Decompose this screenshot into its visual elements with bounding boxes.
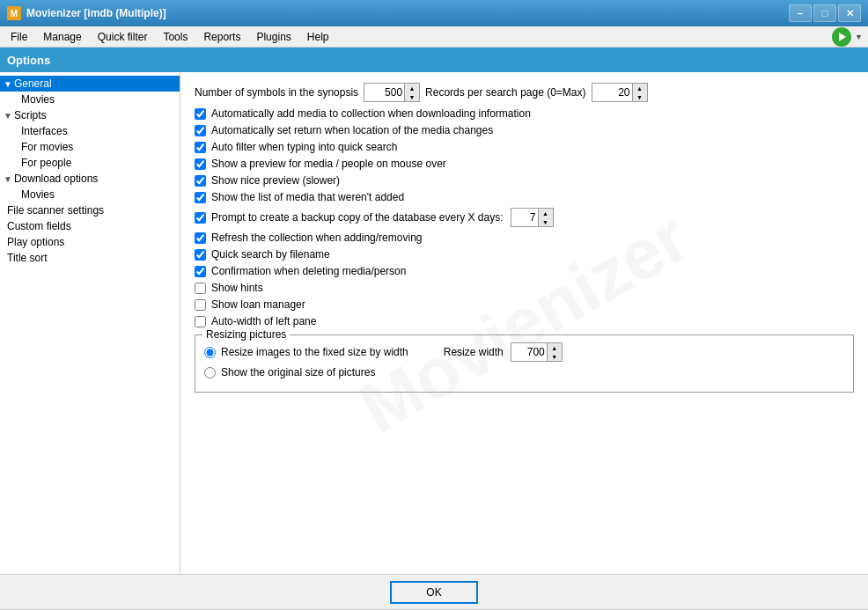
menu-quickfilter[interactable]: Quick filter [91, 29, 155, 45]
sidebar-item-for-movies[interactable]: For movies [0, 139, 180, 155]
records-input[interactable] [592, 84, 632, 101]
sidebar-item-scripts[interactable]: ▼ Scripts [0, 107, 180, 123]
sidebar-label-for-people: For people [21, 157, 71, 169]
records-spinbox-btns: ▲ ▼ [632, 84, 647, 101]
sidebar-item-for-people[interactable]: For people [0, 155, 180, 171]
checkbox-row-10: Confirmation when deleting media/person [195, 265, 854, 277]
checkbox-1[interactable] [195, 108, 206, 120]
backup-up-btn[interactable]: ▲ [539, 209, 553, 217]
checkbox-label-4: Show a preview for media / people on mou… [211, 158, 446, 170]
radio-label-1: Resize images to the fixed size by width [221, 346, 408, 358]
sidebar-label-interfaces: Interfaces [21, 125, 68, 137]
radio-label-2: Show the original size of pictures [221, 366, 375, 378]
content-area: Movienizer Number of symbols in the syno… [180, 72, 868, 574]
menu-file[interactable]: File [4, 29, 34, 45]
resize-width-input[interactable] [511, 343, 547, 361]
sidebar-item-general[interactable]: ▼ General [0, 76, 180, 92]
radio-container: Resize images to the fixed size by width… [204, 342, 844, 378]
sidebar-item-interfaces[interactable]: Interfaces [0, 123, 180, 139]
sidebar-label-scripts: Scripts [14, 109, 47, 121]
sidebar-label-movies-download: Movies [21, 188, 55, 201]
resize-down-btn[interactable]: ▼ [548, 352, 562, 361]
checkbox-row-1: Automatically add media to collection wh… [195, 107, 854, 120]
expand-icon: ▼ [4, 79, 12, 89]
checkbox-label-12: Show loan manager [211, 298, 305, 311]
sidebar-label-general: General [14, 77, 52, 90]
synopsis-label: Number of symbols in the synopsis [195, 86, 358, 99]
checkbox-label-13: Auto-width of left pane [211, 315, 316, 327]
sidebar-item-download-options[interactable]: ▼ Download options [0, 171, 180, 187]
sidebar-item-movies-general[interactable]: Movies [0, 92, 180, 107]
checkbox-container: Automatically add media to collection wh… [195, 107, 854, 327]
menu-tools[interactable]: Tools [156, 29, 195, 45]
checkbox-row-13: Auto-width of left pane [195, 315, 854, 327]
synopsis-up-btn[interactable]: ▲ [405, 84, 419, 92]
checkbox-11[interactable] [195, 283, 206, 294]
sidebar-label-for-movies: For movies [21, 141, 73, 153]
checkbox-9[interactable] [195, 249, 206, 261]
checkbox-row-12: Show loan manager [195, 298, 854, 311]
resize-width-spinbox[interactable]: ▲▼ [511, 342, 563, 362]
sidebar-label-movies-general: Movies [21, 93, 55, 106]
dropdown-arrow-icon[interactable]: ▼ [853, 31, 864, 43]
checkbox-row-9: Quick search by filename [195, 248, 854, 261]
resize-width-label: Resize width [444, 346, 504, 358]
synopsis-down-btn[interactable]: ▼ [405, 92, 419, 101]
synopsis-spinbox[interactable]: ▲ ▼ [364, 83, 420, 102]
synopsis-row: Number of symbols in the synopsis ▲ ▼ Re… [195, 83, 854, 102]
sidebar-item-title-sort[interactable]: Title sort [0, 250, 180, 266]
checkbox-5[interactable] [195, 175, 206, 187]
sidebar-label-title-sort: Title sort [7, 252, 48, 264]
minimize-button[interactable]: – [789, 4, 812, 22]
radio-1[interactable] [204, 347, 216, 358]
sidebar: ▼ General Movies ▼ Scripts Interfaces Fo… [0, 72, 180, 574]
checkbox-row-7: Prompt to create a backup copy of the da… [195, 208, 854, 227]
checkbox-label-1: Automatically add media to collection wh… [211, 107, 531, 120]
menu-help[interactable]: Help [300, 29, 336, 45]
menu-plugins[interactable]: Plugins [249, 29, 298, 45]
records-up-btn[interactable]: ▲ [633, 84, 647, 92]
checkbox-8[interactable] [195, 232, 206, 244]
sidebar-item-file-scanner[interactable]: File scanner settings [0, 202, 180, 218]
checkbox-4[interactable] [195, 158, 206, 170]
checkbox-label-2: Automatically set return when location o… [211, 124, 493, 136]
sidebar-item-movies-download[interactable]: Movies [0, 187, 180, 202]
maximize-button[interactable]: □ [813, 4, 836, 22]
checkbox-row-4: Show a preview for media / people on mou… [195, 158, 854, 170]
backup-days-input[interactable] [511, 209, 538, 226]
resizing-fieldset: Resizing pictures Resize images to the f… [195, 334, 854, 393]
checkbox-2[interactable] [195, 125, 206, 136]
checkbox-3[interactable] [195, 142, 206, 153]
sidebar-item-play-options[interactable]: Play options [0, 234, 180, 250]
checkbox-6[interactable] [195, 192, 206, 203]
checkbox-10[interactable] [195, 266, 206, 277]
checkbox-row-6: Show the list of media that weren't adde… [195, 191, 854, 203]
checkbox-13[interactable] [195, 316, 206, 327]
menu-reports[interactable]: Reports [196, 29, 247, 45]
radio-2[interactable] [204, 367, 216, 378]
checkbox-7[interactable] [195, 212, 206, 224]
bottom-bar: OK [0, 574, 868, 609]
sidebar-item-custom-fields[interactable]: Custom fields [0, 218, 180, 234]
records-down-btn[interactable]: ▼ [633, 92, 647, 101]
records-spinbox[interactable]: ▲ ▼ [592, 83, 648, 102]
radio-row-1: Resize images to the fixed size by width… [204, 342, 844, 362]
synopsis-input[interactable] [364, 84, 404, 101]
play-button[interactable] [832, 27, 851, 47]
menu-manage[interactable]: Manage [36, 29, 88, 45]
sidebar-label-play-options: Play options [7, 236, 64, 248]
checkbox-12[interactable] [195, 299, 206, 311]
expand-scripts-icon: ▼ [4, 111, 12, 121]
backup-down-btn[interactable]: ▼ [539, 217, 553, 226]
checkbox-row-5: Show nice preview (slower) [195, 174, 854, 187]
resize-up-btn[interactable]: ▲ [548, 343, 562, 352]
expand-download-icon: ▼ [4, 174, 12, 184]
checkbox-row-3: Auto filter when typing into quick searc… [195, 141, 854, 153]
ok-button[interactable]: OK [390, 581, 478, 604]
checkbox-label-3: Auto filter when typing into quick searc… [211, 141, 397, 153]
backup-days-spinbox[interactable]: ▲▼ [511, 208, 554, 227]
menubar: File Manage Quick filter Tools Reports P… [0, 26, 868, 48]
close-button[interactable]: ✕ [838, 4, 861, 22]
checkbox-row-11: Show hints [195, 282, 854, 294]
checkbox-row-8: Refresh the collection when adding/remov… [195, 232, 854, 244]
